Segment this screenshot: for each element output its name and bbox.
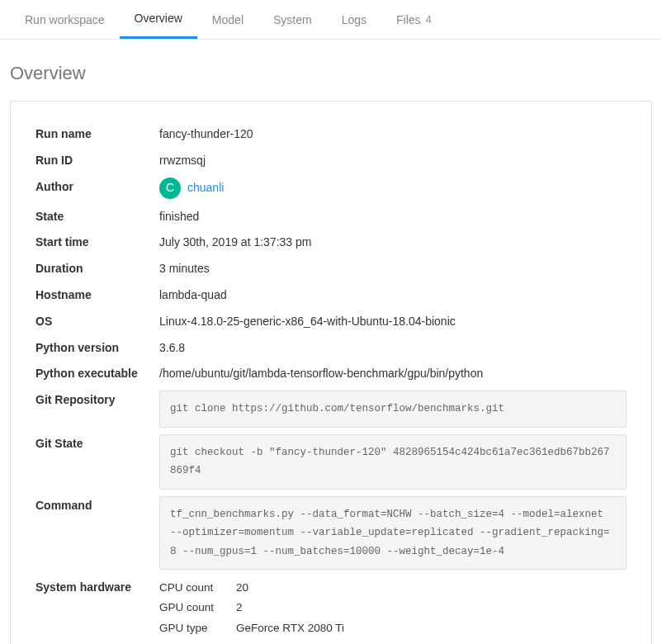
value-duration: 3 minutes xyxy=(159,259,627,279)
label-git-repository: Git Repository xyxy=(35,391,159,410)
label-hostname: Hostname xyxy=(35,286,159,305)
overview-panel: Run name fancy-thunder-120 Run ID rrwzms… xyxy=(10,101,652,644)
tab-model[interactable]: Model xyxy=(197,0,258,39)
avatar: C xyxy=(159,178,181,199)
row-start-time: Start time July 30th, 2019 at 1:37:33 pm xyxy=(35,233,627,253)
hardware-value-gpu-type: GeForce RTX 2080 Ti xyxy=(236,618,344,638)
hardware-row-gpu-count: GPU count 2 xyxy=(159,598,627,618)
hardware-value-gpu-count: 2 xyxy=(236,598,243,618)
author-link[interactable]: chuanli xyxy=(187,178,224,198)
value-start-time: July 30th, 2019 at 1:37:33 pm xyxy=(159,233,627,253)
tab-system[interactable]: System xyxy=(258,0,327,39)
value-git-repository[interactable]: git clone https://github.com/tensorflow/… xyxy=(159,391,627,428)
row-run-name: Run name fancy-thunder-120 xyxy=(35,125,627,144)
tab-files[interactable]: Files 4 xyxy=(381,0,447,39)
label-git-state: Git State xyxy=(35,434,159,454)
row-run-id: Run ID rrwzmsqj xyxy=(35,151,627,171)
row-author: Author C chuanli xyxy=(35,178,627,199)
tab-run-workspace[interactable]: Run workspace xyxy=(10,0,120,39)
label-duration: Duration xyxy=(35,259,159,279)
value-state: finished xyxy=(159,207,627,227)
value-python-version: 3.6.8 xyxy=(159,339,627,358)
value-author: C chuanli xyxy=(159,178,627,199)
tab-overview[interactable]: Overview xyxy=(120,0,197,39)
tabs-bar: Run workspace Overview Model System Logs… xyxy=(0,0,662,40)
hardware-row-gpu-type: GPU type GeForce RTX 2080 Ti xyxy=(159,618,627,638)
label-run-id: Run ID xyxy=(35,151,159,171)
value-os: Linux-4.18.0-25-generic-x86_64-with-Ubun… xyxy=(159,312,627,332)
page-title: Overview xyxy=(0,40,662,101)
tab-logs[interactable]: Logs xyxy=(327,0,381,39)
value-python-executable: /home/ubuntu/git/lambda-tensorflow-bench… xyxy=(159,364,627,384)
row-duration: Duration 3 minutes xyxy=(35,259,627,279)
value-system-hardware: CPU count 20 GPU count 2 GPU type GeForc… xyxy=(159,578,627,638)
row-state: State finished xyxy=(35,207,627,227)
label-run-name: Run name xyxy=(35,125,159,144)
label-state: State xyxy=(35,207,159,227)
label-start-time: Start time xyxy=(35,233,159,253)
value-command[interactable]: tf_cnn_benchmarks.py --data_format=NCHW … xyxy=(159,496,627,571)
hardware-label-cpu: CPU count xyxy=(159,578,221,598)
value-run-name: fancy-thunder-120 xyxy=(159,125,627,144)
hardware-row-cpu: CPU count 20 xyxy=(159,578,627,598)
value-git-state[interactable]: git checkout -b "fancy-thunder-120" 4828… xyxy=(159,434,627,490)
hardware-label-gpu-type: GPU type xyxy=(159,618,221,638)
value-run-id: rrwzmsqj xyxy=(159,151,627,171)
row-system-hardware: System hardware CPU count 20 GPU count 2… xyxy=(35,578,627,638)
tab-files-label: Files xyxy=(396,13,421,26)
value-hostname: lambda-quad xyxy=(159,286,627,305)
label-python-version: Python version xyxy=(35,339,159,358)
label-os: OS xyxy=(35,312,159,332)
tab-files-count: 4 xyxy=(426,13,432,26)
hardware-label-gpu-count: GPU count xyxy=(159,598,221,618)
row-python-executable: Python executable /home/ubuntu/git/lambd… xyxy=(35,364,627,384)
label-command: Command xyxy=(35,496,159,516)
row-command: Command tf_cnn_benchmarks.py --data_form… xyxy=(35,496,627,571)
label-python-executable: Python executable xyxy=(35,364,159,384)
label-author: Author xyxy=(35,178,159,197)
row-git-repository: Git Repository git clone https://github.… xyxy=(35,391,627,428)
hardware-value-cpu: 20 xyxy=(236,578,248,598)
row-python-version: Python version 3.6.8 xyxy=(35,339,627,358)
row-os: OS Linux-4.18.0-25-generic-x86_64-with-U… xyxy=(35,312,627,332)
row-git-state: Git State git checkout -b "fancy-thunder… xyxy=(35,434,627,490)
row-hostname: Hostname lambda-quad xyxy=(35,286,627,305)
label-system-hardware: System hardware xyxy=(35,578,159,598)
